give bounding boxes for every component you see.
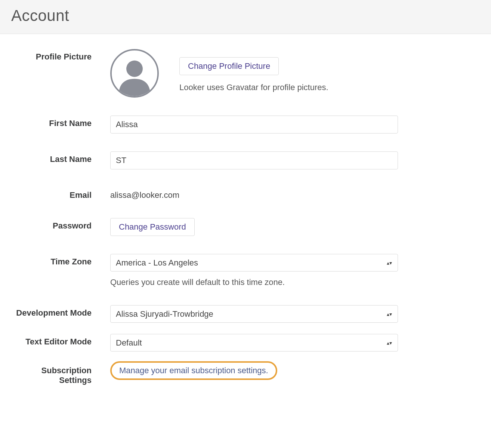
label-text-editor-mode: Text Editor Mode <box>15 334 110 347</box>
account-form: Profile Picture Change Profile Picture L… <box>0 34 491 418</box>
development-mode-select[interactable]: Alissa Sjuryadi-Trowbridge <box>110 305 398 323</box>
change-profile-picture-button[interactable]: Change Profile Picture <box>179 57 279 75</box>
text-editor-mode-select[interactable]: Default <box>110 334 398 352</box>
label-subscription-settings: Subscription Settings <box>15 363 110 385</box>
row-email: Email alissa@looker.com <box>15 187 469 200</box>
first-name-input[interactable] <box>110 116 398 134</box>
email-value: alissa@looker.com <box>110 187 409 200</box>
last-name-input[interactable] <box>110 151 398 169</box>
label-time-zone: Time Zone <box>15 254 110 267</box>
row-first-name: First Name <box>15 116 469 134</box>
svg-point-0 <box>126 61 143 77</box>
avatar-placeholder-icon <box>112 50 157 96</box>
row-development-mode: Development Mode Alissa Sjuryadi-Trowbri… <box>15 305 469 323</box>
label-password: Password <box>15 218 110 231</box>
profile-picture-help-text: Looker uses Gravatar for profile picture… <box>179 83 328 92</box>
row-last-name: Last Name <box>15 151 469 169</box>
row-time-zone: Time Zone America - Los Angeles ▴▾ Queri… <box>15 254 469 287</box>
label-development-mode: Development Mode <box>15 305 110 318</box>
time-zone-help-text: Queries you create will default to this … <box>110 277 409 287</box>
row-subscription-settings: Subscription Settings Manage your email … <box>15 363 469 385</box>
label-profile-picture: Profile Picture <box>15 49 110 62</box>
row-text-editor-mode: Text Editor Mode Default ▴▾ <box>15 334 469 352</box>
page-header: Account <box>0 0 491 34</box>
page-title: Account <box>11 7 480 25</box>
row-password: Password Change Password <box>15 218 469 236</box>
avatar <box>110 49 159 98</box>
label-email: Email <box>15 187 110 200</box>
manage-subscription-link[interactable]: Manage your email subscription settings. <box>119 366 268 375</box>
label-first-name: First Name <box>15 116 110 128</box>
time-zone-select[interactable]: America - Los Angeles <box>110 254 398 271</box>
change-password-button[interactable]: Change Password <box>110 218 195 236</box>
row-profile-picture: Profile Picture Change Profile Picture L… <box>15 49 469 98</box>
subscription-link-highlight: Manage your email subscription settings. <box>110 361 277 380</box>
label-last-name: Last Name <box>15 151 110 164</box>
